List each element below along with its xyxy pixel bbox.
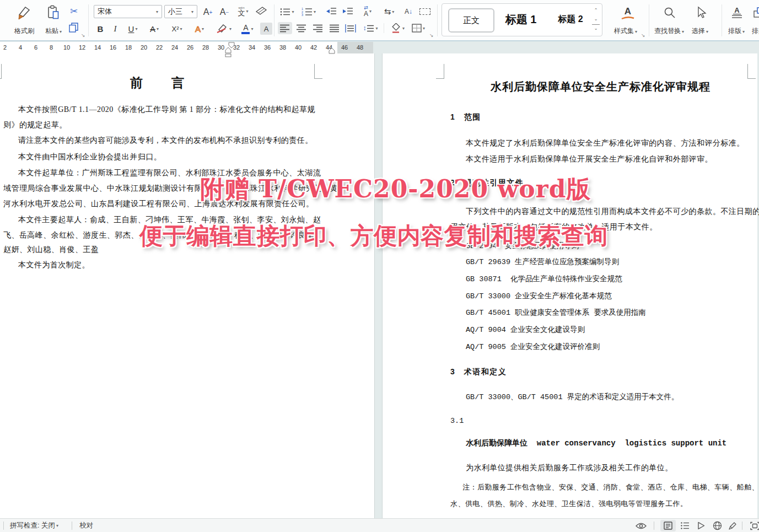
justify-icon [330, 24, 340, 33]
tab-marks-icon [419, 8, 430, 15]
styles-dialog-launcher[interactable] [641, 32, 648, 39]
read-mode-button[interactable] [694, 520, 708, 531]
focus-mode-button[interactable] [747, 520, 759, 531]
highlight-button[interactable] [213, 22, 235, 35]
text-line: AQ/T 9005 企业安全文化建设评价准则 [466, 342, 600, 352]
ribbon-divider [274, 4, 274, 36]
distribute-button[interactable] [343, 22, 358, 34]
shrink-font-button[interactable]: A− [217, 6, 232, 19]
grow-font-button[interactable]: A+ [201, 6, 215, 19]
font-size-select[interactable]: 小三 [164, 5, 197, 18]
paste-icon [47, 5, 60, 20]
font-color-icon: A [241, 24, 250, 34]
bullet-list-icon [280, 8, 290, 16]
strikethrough-button[interactable]: A [144, 22, 164, 35]
align-right-button[interactable] [311, 22, 325, 34]
text-line: AQ/T 9004 企业安全文化建设导则 [466, 325, 585, 335]
typeset-label[interactable]: 排版 [723, 26, 750, 36]
phonetic-guide-button[interactable]: wén文 [234, 3, 252, 19]
find-replace-label[interactable]: 查找替换 [652, 26, 687, 36]
clear-format-button[interactable] [255, 4, 269, 19]
text-direction-button[interactable]: ⇄A [358, 4, 377, 18]
ruler-number: 48 [352, 42, 368, 53]
statusbar-separator [654, 522, 654, 530]
style-set-icon: A [621, 7, 635, 20]
text-line: 注：后勤服务工作包含物业、安保、交通、消防、食堂、酒店、仓库、电梯、车辆、船舶、… [462, 482, 759, 492]
style-set-button[interactable]: A [618, 4, 637, 22]
line-spacing-icon [367, 25, 374, 32]
align-left-icon [280, 24, 290, 33]
superscript-button[interactable]: X² [166, 22, 187, 35]
gallery-more-arrow[interactable]: ⌄ [592, 24, 600, 32]
distribute-icon [345, 24, 356, 33]
justify-button[interactable] [327, 22, 342, 34]
arrange-label[interactable]: 排列 [747, 26, 759, 36]
style-chip-heading2[interactable]: 标题 2 [548, 7, 593, 31]
align-center-icon [297, 24, 306, 33]
font-color-button[interactable]: A [237, 22, 258, 35]
format-painter-icon [16, 4, 33, 21]
select-label[interactable]: 选择 [687, 26, 713, 36]
numbered-list-button[interactable]: 123 [299, 6, 318, 18]
sort-button[interactable]: A↓ [401, 6, 416, 18]
text-line: 3 术语和定义 [450, 367, 507, 377]
web-view-button[interactable] [710, 520, 724, 531]
shading-button[interactable] [388, 22, 407, 34]
ruler-number: 24 [167, 42, 182, 53]
outline-view-button[interactable] [678, 520, 692, 531]
eye-protect-button[interactable] [634, 520, 648, 531]
typeset-button[interactable]: A [729, 4, 745, 21]
document-page-1[interactable]: 前 言 本文件按照GB/T 1.1—2020《标准化工作导则 第 1 部分：标准… [0, 53, 374, 518]
phonetic-guide-icon: wén文 [238, 6, 245, 17]
arrange-button[interactable] [751, 4, 759, 21]
text-line: 3.1 [450, 417, 464, 425]
borders-button[interactable] [409, 22, 428, 34]
find-replace-button[interactable] [661, 4, 678, 21]
align-center-button[interactable] [294, 22, 309, 34]
bullet-list-button[interactable] [278, 6, 296, 18]
status-bar: 拼写检查: 关闭 校对 [0, 518, 759, 532]
underline-button[interactable]: U [123, 22, 142, 35]
format-painter-button[interactable] [13, 3, 35, 22]
align-left-button[interactable] [278, 22, 292, 34]
italic-button[interactable]: I [109, 22, 121, 35]
shading-icon [390, 23, 401, 34]
paragraph-dialog-launcher[interactable] [429, 32, 436, 39]
gallery-up-arrow[interactable]: ⌃ [592, 7, 600, 14]
text-line: 下列文件中的内容通过文中的规范性引用而构成本文件必不可少的条款。不注日期的引 [466, 207, 759, 217]
horizontal-ruler[interactable]: 2468101214161820222426283032343638404244… [0, 42, 373, 54]
select-button[interactable] [693, 4, 709, 21]
clipboard-dialog-launcher[interactable] [81, 32, 88, 39]
char-swap-button[interactable]: ⇆ [380, 6, 398, 18]
hanging-indent-marker[interactable] [225, 47, 232, 57]
style-chip-normal[interactable]: 正文 [448, 8, 494, 33]
right-indent-marker[interactable] [329, 47, 335, 54]
copy-button[interactable] [67, 21, 80, 34]
char-shading-button[interactable]: A [260, 23, 272, 35]
paste-label[interactable]: 粘贴 [40, 26, 67, 36]
bold-button[interactable]: B [94, 22, 107, 35]
increase-indent-button[interactable] [341, 6, 355, 18]
format-painter-label[interactable]: 格式刷 [7, 26, 42, 36]
font-name-select[interactable]: 宋体 [94, 5, 162, 18]
ruler-number: 4 [13, 42, 28, 53]
gallery-down-arrow[interactable]: ⌄ [592, 15, 600, 23]
style-set-label[interactable]: 样式集 [610, 26, 642, 36]
svg-text:3: 3 [302, 13, 303, 16]
cut-button[interactable]: ✂ [67, 4, 80, 18]
spellcheck-status[interactable]: 拼写检查: 关闭 [10, 519, 58, 532]
paste-button[interactable] [45, 3, 62, 22]
ribbon-toolbar: 格式刷 粘贴 ✂ 宋体 小三 A+ A− wén文 B I [0, 0, 759, 41]
proofread-button[interactable]: 校对 [79, 519, 93, 532]
style-chip-heading1[interactable]: 标题 1 [498, 7, 544, 31]
ruler-number: 34 [244, 42, 260, 53]
text-effects-button[interactable]: A [190, 22, 209, 35]
page-view-button[interactable] [660, 520, 676, 531]
edit-mode-button[interactable] [725, 520, 740, 531]
tab-marks-button[interactable] [418, 7, 432, 17]
document-page-2[interactable]: 水利后勤保障单位安全生产标准化评审规程 1 范围本文件规定了水利后勤保障单位安全… [383, 53, 757, 518]
line-spacing-button[interactable]: ↕ [360, 22, 380, 34]
decrease-indent-button[interactable] [324, 6, 338, 18]
text-line: 本文件按照GB/T 1.1—2020《标准化工作导则 第 1 部分：标准化文件的… [18, 105, 315, 115]
highlighter-icon [216, 23, 228, 34]
